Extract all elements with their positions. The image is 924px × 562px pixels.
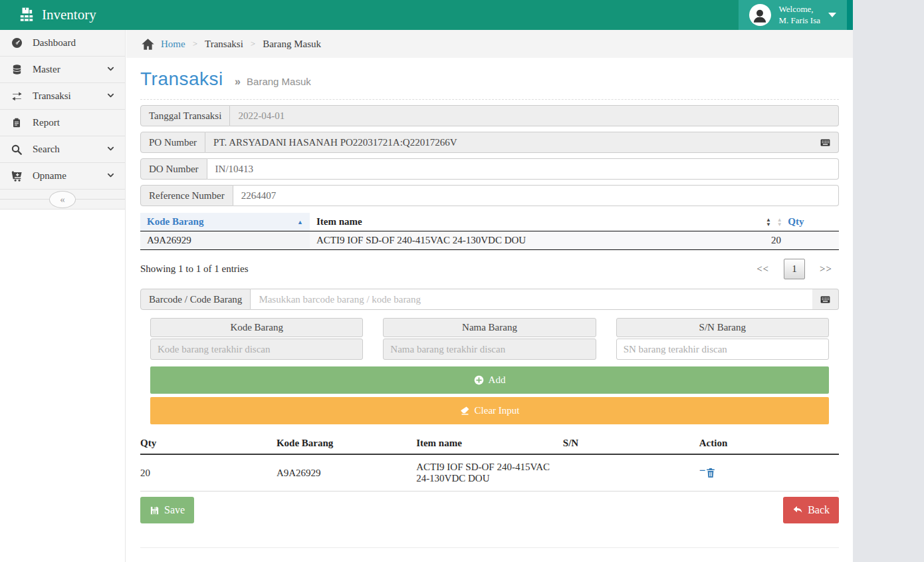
keyboard-icon[interactable]	[812, 289, 839, 310]
main-area: Home > Transaksi > Barang Masuk Transaks…	[126, 30, 853, 562]
sidebar-item-master[interactable]: Master	[0, 57, 125, 83]
items-table-header-qty[interactable]: ▲▼ ▲▼ Qty	[759, 213, 839, 231]
cart-header-qty: Qty	[140, 434, 277, 454]
breadcrumb-home-link[interactable]: Home	[161, 39, 185, 50]
breadcrumb-transaksi: Transaksi	[205, 39, 243, 50]
plus-circle-icon	[474, 375, 484, 385]
clear-input-button[interactable]: Clear Input	[150, 397, 829, 424]
chevron-down-icon	[107, 90, 114, 102]
breadcrumb-separator: >	[251, 39, 255, 49]
barcode-input[interactable]	[251, 289, 812, 310]
reference-number-label: Reference Number	[140, 185, 233, 206]
scan-sn-input[interactable]	[616, 339, 829, 360]
sidebar-item-report[interactable]: Report	[0, 110, 125, 136]
chevron-down-icon	[107, 144, 114, 155]
page-footer: Willertindo © 2018	[140, 547, 839, 562]
cart-plus-icon	[10, 170, 23, 182]
scan-kode-header: Kode Barang	[150, 318, 363, 337]
cart-cell-kode: A9A26929	[277, 454, 416, 492]
last-scanned-panel: Kode Barang Nama Barang S/N Barang	[140, 318, 839, 360]
items-table: ▲ Kode Barang Item name ▲▼ ▲▼ Qty	[140, 213, 839, 250]
double-chevron-left-icon: «	[60, 194, 65, 206]
pagination-next-button[interactable]: >>	[813, 259, 839, 279]
brand[interactable]: Inventory	[0, 7, 96, 24]
barcode-label: Barcode / Code Barang	[140, 289, 251, 310]
po-number-field[interactable]	[205, 132, 812, 153]
sidebar-item-label: Dashboard	[33, 37, 114, 49]
clear-input-button-label: Clear Input	[475, 405, 520, 416]
gauge-icon	[10, 37, 23, 49]
tanggal-transaksi-field[interactable]	[230, 105, 839, 126]
keyboard-icon[interactable]	[812, 132, 839, 153]
cart-cell-action: −	[699, 454, 839, 492]
sidebar-item-dashboard[interactable]: Dashboard	[0, 30, 125, 57]
do-number-field[interactable]	[207, 158, 839, 180]
cart-cell-qty: 20	[140, 454, 277, 492]
caret-down-icon	[828, 13, 836, 17]
cart-cell-sn	[563, 454, 699, 492]
scan-col-nama: Nama Barang	[383, 318, 596, 360]
pagination-page-1-button[interactable]: 1	[784, 259, 805, 279]
po-number-group: PO Number	[140, 132, 839, 153]
sort-both-icon: ▲▼	[766, 217, 771, 227]
eraser-icon	[460, 406, 470, 416]
user-name: M. Faris Isa	[779, 15, 820, 25]
page-header: Transaksi » Barang Masuk	[140, 69, 839, 100]
add-button-label: Add	[489, 374, 506, 386]
app-window: Inventory Welcome, M. Faris Isa	[0, 0, 853, 562]
user-avatar	[749, 4, 771, 26]
brand-title: Inventory	[42, 7, 96, 23]
tanggal-transaksi-label: Tanggal Transaksi	[140, 105, 230, 126]
sidebar-item-transaksi[interactable]: Transaksi	[0, 83, 125, 110]
add-button[interactable]: Add	[150, 366, 829, 394]
sidebar-item-opname[interactable]: Opname	[0, 163, 125, 190]
column-label: Kode Barang	[147, 216, 203, 227]
column-label: Item name	[316, 216, 362, 227]
trash-icon	[706, 468, 715, 478]
remove-item-button[interactable]: −	[699, 468, 716, 478]
do-number-group: DO Number	[140, 158, 839, 180]
pagination: << 1 >>	[750, 259, 839, 279]
sidebar-item-label: Master	[33, 64, 107, 75]
table-footer: Showing 1 to 1 of 1 entries << 1 >>	[140, 250, 839, 289]
database-icon	[10, 63, 23, 76]
minus-icon: −	[699, 468, 706, 474]
top-navbar: Inventory Welcome, M. Faris Isa	[0, 0, 853, 30]
user-welcome: Welcome,	[779, 4, 814, 14]
user-menu[interactable]: Welcome, M. Faris Isa	[739, 0, 847, 30]
reference-number-field[interactable]	[233, 185, 839, 206]
cell-item-name: ACTI9 IOF SD-OF 240-415VAC 24-130VDC DOU	[310, 231, 759, 250]
scan-col-sn: S/N Barang	[616, 318, 829, 360]
items-table-header-kode-barang[interactable]: ▲ Kode Barang	[140, 213, 310, 231]
scan-col-kode: Kode Barang	[150, 318, 363, 360]
page-title: Transaksi	[140, 69, 223, 89]
save-button-label: Save	[164, 504, 185, 516]
chevron-down-icon	[107, 170, 114, 182]
sidebar-collapse-button[interactable]: «	[49, 191, 76, 208]
cart-table: Qty Kode Barang Item name S/N Action 20 …	[140, 434, 839, 492]
scan-nama-input[interactable]	[383, 339, 596, 360]
do-number-label: DO Number	[140, 158, 207, 180]
back-button[interactable]: Back	[783, 497, 839, 523]
warehouse-logo-icon	[18, 7, 35, 24]
breadcrumb: Home > Transaksi > Barang Masuk	[126, 30, 853, 58]
sidebar-item-label: Opname	[33, 170, 107, 182]
scan-sn-header: S/N Barang	[616, 318, 829, 337]
floppy-disk-icon	[150, 505, 160, 515]
save-button[interactable]: Save	[140, 497, 194, 523]
breadcrumb-barang-masuk: Barang Masuk	[263, 39, 321, 50]
navbar-endcap	[847, 0, 853, 30]
tanggal-transaksi-group: Tanggal Transaksi	[140, 105, 839, 126]
exchange-arrows-icon	[10, 90, 23, 102]
sort-both-icon: ▲▼	[777, 217, 782, 227]
clipboard-icon	[10, 116, 23, 129]
cell-qty: 20	[759, 231, 839, 250]
sort-asc-icon: ▲	[297, 219, 303, 225]
breadcrumb-separator: >	[193, 39, 197, 49]
scan-kode-input[interactable]	[150, 339, 363, 360]
pagination-prev-button[interactable]: <<	[750, 259, 776, 279]
items-table-header-item-name[interactable]: Item name	[310, 213, 759, 231]
user-greeting: Welcome, M. Faris Isa	[779, 4, 820, 26]
sidebar-item-search[interactable]: Search	[0, 136, 125, 163]
po-number-label: PO Number	[140, 132, 205, 153]
